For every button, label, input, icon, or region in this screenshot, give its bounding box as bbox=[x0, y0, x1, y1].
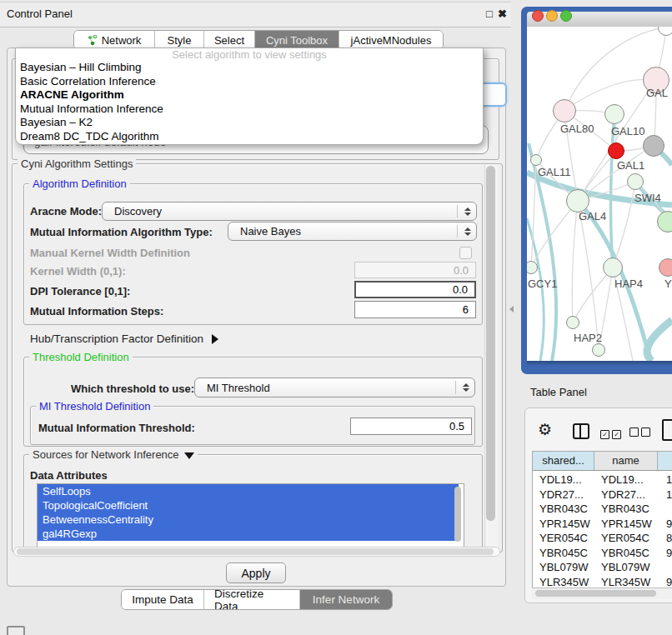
splitter-collapse-icon[interactable] bbox=[509, 306, 514, 312]
node-gal10[interactable] bbox=[604, 104, 624, 124]
table-cell[interactable]: 12 bbox=[661, 488, 672, 502]
node-hap2[interactable] bbox=[566, 316, 579, 329]
apply-button[interactable]: Apply bbox=[226, 562, 286, 583]
minimize-traffic-light[interactable] bbox=[546, 10, 558, 22]
network-canvas[interactable]: GAL80 GAL10 GAL GAL11 GAL1 SWI4 GAL4 GCY… bbox=[527, 27, 672, 361]
settings-hscrollbar-thumb[interactable] bbox=[17, 548, 494, 555]
node-gal1[interactable] bbox=[627, 173, 644, 190]
expander-down-icon bbox=[184, 452, 194, 459]
table-cell[interactable]: 8. bbox=[661, 531, 672, 546]
table-cell[interactable]: YDR27... bbox=[596, 488, 658, 502]
column-header-shared-name[interactable]: shared... bbox=[533, 452, 594, 470]
dropdown-item-bayesian-hill-climbing[interactable]: Bayesian – Hill Climbing bbox=[16, 61, 483, 75]
table-cell[interactable]: YBR043C bbox=[534, 502, 594, 517]
aracne-mode-combobox[interactable]: Discovery bbox=[102, 202, 477, 221]
which-threshold-combobox[interactable]: MI Threshold bbox=[194, 378, 475, 398]
data-attributes-label: Data Attributes bbox=[30, 469, 108, 482]
node-label-hap2: HAP2 bbox=[574, 332, 602, 344]
kernel-width-field[interactable]: 0.0 bbox=[354, 262, 476, 278]
tab-cyni-toolbox-label: Cyni Toolbox bbox=[266, 34, 328, 47]
table-cell[interactable]: YDR27... bbox=[534, 488, 594, 502]
gear-icon[interactable]: ⚙ bbox=[538, 420, 552, 439]
table-cell[interactable]: YER054C bbox=[596, 531, 658, 546]
tab-discretize-data[interactable]: Discretize Data bbox=[204, 590, 300, 609]
dropdown-item-dream8[interactable]: Dream8 DC_TDC Algorithm bbox=[16, 130, 483, 144]
node-gal11[interactable] bbox=[530, 154, 542, 166]
table-cell[interactable]: YBR045C bbox=[534, 546, 594, 561]
tab-infer-network-label: Infer Network bbox=[313, 593, 379, 606]
mi-algorithm-type-label: Mutual Information Algorithm Type: bbox=[30, 226, 213, 238]
attributes-scrollbar-thumb[interactable] bbox=[454, 487, 461, 542]
mi-algorithm-type-combobox[interactable]: Naive Bayes bbox=[228, 222, 477, 241]
table-cell[interactable]: YBL079W bbox=[534, 560, 594, 575]
attribute-topologicalcoefficient[interactable]: TopologicalCoefficient bbox=[38, 498, 459, 512]
close-traffic-light[interactable] bbox=[532, 10, 544, 22]
export-table-icon[interactable] bbox=[662, 419, 672, 441]
dropdown-item-basic-correlation[interactable]: Basic Correlation Inference bbox=[16, 75, 483, 89]
settings-hscrollbar-track[interactable] bbox=[13, 547, 500, 557]
table-hscrollbar-thumb[interactable] bbox=[535, 590, 656, 597]
columns-icon[interactable] bbox=[573, 423, 589, 439]
column-header-cut[interactable] bbox=[658, 452, 672, 470]
zoom-traffic-light[interactable] bbox=[560, 10, 572, 22]
table-cell[interactable]: YER054C bbox=[534, 531, 594, 546]
sources-title: Sources for Network Inference bbox=[29, 448, 198, 461]
aracne-mode-value: Discovery bbox=[114, 205, 162, 218]
close-icon[interactable]: ✖ bbox=[498, 8, 507, 20]
attribute-selfloops[interactable]: SelfLoops bbox=[38, 484, 459, 498]
collapsed-panel-icon[interactable] bbox=[7, 626, 25, 635]
node-gal4[interactable] bbox=[566, 189, 589, 212]
table-hscrollbar-track[interactable] bbox=[532, 588, 672, 599]
table-cell[interactable]: YBR045C bbox=[596, 546, 658, 561]
tab-infer-network[interactable]: Infer Network bbox=[300, 590, 392, 609]
manual-kernel-width-checkbox[interactable] bbox=[459, 247, 472, 259]
tab-style[interactable]: Style bbox=[155, 31, 204, 49]
settings-scrollbar-thumb[interactable] bbox=[486, 166, 495, 521]
column-header-name[interactable]: name bbox=[594, 452, 658, 470]
hub-transcription-expander[interactable]: Hub/Transcription Factor Definition bbox=[30, 332, 218, 345]
node-label-gal1: GAL1 bbox=[617, 159, 644, 172]
node-red[interactable] bbox=[608, 142, 624, 159]
table-cell[interactable]: YPR145W bbox=[596, 517, 658, 532]
table-cell[interactable] bbox=[661, 502, 672, 517]
deselect-all-columns-icon[interactable] bbox=[629, 427, 653, 439]
control-panel-title: Control Panel bbox=[7, 8, 73, 20]
node-label-hap4: HAP4 bbox=[614, 278, 643, 290]
mi-threshold-field[interactable]: 0.5 bbox=[350, 418, 472, 435]
tab-jactivemnodules[interactable]: jActiveMNodules bbox=[339, 31, 443, 49]
dpi-tolerance-field[interactable]: 0.0 bbox=[354, 281, 476, 298]
mi-steps-field[interactable]: 6 bbox=[354, 301, 476, 318]
mi-steps-label: Mutual Information Steps: bbox=[30, 305, 163, 318]
node-gray[interactable] bbox=[643, 135, 664, 157]
node-bottom[interactable] bbox=[592, 343, 605, 357]
mi-steps-value: 6 bbox=[463, 303, 469, 316]
table-cell[interactable]: YDL19... bbox=[534, 472, 594, 488]
table-cell[interactable]: YBL079W bbox=[596, 560, 658, 575]
attribute-gal4rgexp[interactable]: gal4RGexp bbox=[38, 527, 459, 541]
tab-network[interactable]: Network bbox=[74, 31, 155, 49]
tab-impute-data-label: Impute Data bbox=[132, 593, 193, 606]
dropdown-item-bayesian-k2[interactable]: Bayesian – K2 bbox=[16, 116, 483, 130]
table-cell[interactable]: 13 bbox=[661, 472, 672, 488]
aracne-mode-label: Aracne Mode: bbox=[30, 205, 102, 218]
tab-style-label: Style bbox=[168, 34, 192, 47]
attribute-betweennesscentrality[interactable]: BetweennessCentrality bbox=[38, 512, 459, 527]
tab-impute-data[interactable]: Impute Data bbox=[122, 590, 204, 609]
select-all-columns-icon[interactable]: ✓✓ bbox=[600, 427, 624, 439]
dropdown-item-aracne[interactable]: ARACNE Algorithm bbox=[16, 88, 483, 102]
table-cell[interactable] bbox=[661, 560, 672, 575]
combo-stepper-icon bbox=[455, 381, 469, 393]
dropdown-item-mutual-information[interactable]: Mutual Information Inference bbox=[16, 102, 483, 117]
tab-cyni-toolbox[interactable]: Cyni Toolbox bbox=[255, 31, 339, 49]
node-label-gal80: GAL80 bbox=[560, 122, 594, 135]
table-cell[interactable]: 9. bbox=[661, 546, 672, 561]
table-cell[interactable]: 9. bbox=[661, 517, 672, 532]
node-right-pink[interactable] bbox=[659, 258, 672, 277]
table-cell[interactable]: YPR145W bbox=[534, 517, 594, 532]
tab-select[interactable]: Select bbox=[204, 31, 255, 49]
float-window-icon[interactable]: □ bbox=[486, 8, 493, 20]
table-cell[interactable]: YDL19... bbox=[596, 472, 658, 488]
table-cell[interactable]: YBR043C bbox=[596, 502, 658, 517]
node-gal80[interactable] bbox=[553, 99, 576, 122]
node-hap4[interactable] bbox=[603, 258, 623, 278]
